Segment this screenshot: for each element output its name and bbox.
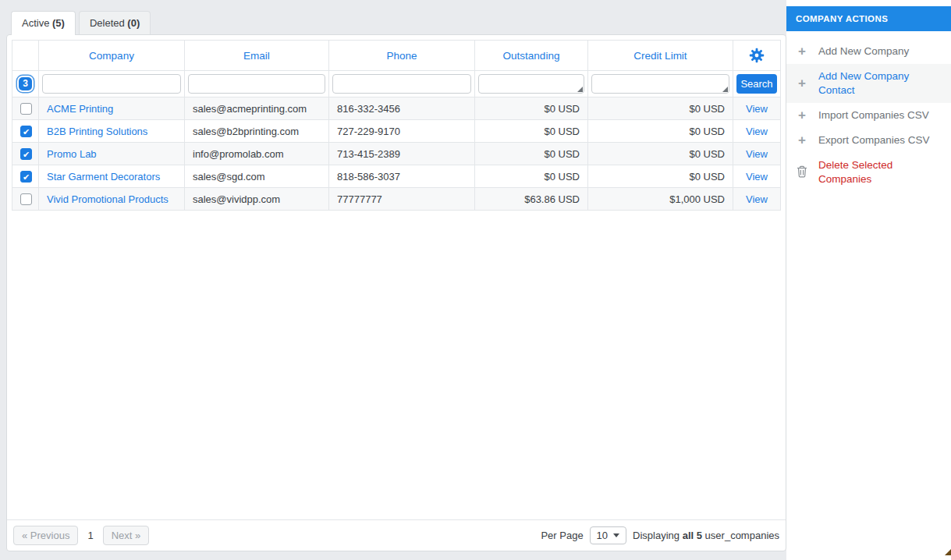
checkmark-icon: [21, 194, 31, 204]
row-checkbox-cell: ✔: [12, 165, 39, 188]
view-link[interactable]: View: [746, 171, 768, 183]
gear-icon[interactable]: [749, 48, 765, 63]
email-cell: info@promolab.com: [185, 143, 329, 165]
phone-cell: 816-332-3456: [329, 97, 475, 120]
email-cell: sales@acmeprinting.com: [185, 97, 329, 120]
credit-limit-cell: $0 USD: [588, 143, 733, 165]
view-cell: View: [733, 143, 781, 165]
plus-icon: +: [796, 77, 808, 90]
company-filter-input[interactable]: [42, 74, 181, 94]
checkmark-icon: [21, 104, 31, 114]
email-cell: sales@vividpp.com: [185, 188, 329, 211]
company-cell: ACME Printing: [39, 97, 185, 120]
filter-cell-company: [39, 71, 185, 97]
plus-icon: +: [796, 109, 808, 122]
search-button[interactable]: Search: [736, 74, 777, 94]
sidebar-items: + Add New Company + Add New Company Cont…: [786, 31, 951, 192]
company-link[interactable]: Vivid Promotional Products: [47, 193, 169, 205]
column-header-phone[interactable]: Phone: [329, 41, 475, 71]
credit-limit-cell: $0 USD: [588, 120, 733, 143]
sidebar-item-export-companies-csv[interactable]: + Export Companies CSV: [786, 128, 951, 153]
previous-page-button[interactable]: « Previous: [13, 526, 78, 545]
table-header-row: Company Email Phone Outstanding Credit L…: [12, 41, 781, 71]
displaying-count: all 5: [683, 530, 702, 541]
view-link[interactable]: View: [746, 103, 768, 115]
company-link[interactable]: Promo Lab: [47, 148, 97, 160]
selected-count-badge[interactable]: 3: [19, 77, 32, 90]
tab-active-companies[interactable]: Active (5): [11, 11, 76, 35]
company-link[interactable]: Star Garment Decorators: [47, 171, 160, 183]
per-page-select[interactable]: 10: [590, 526, 626, 544]
view-link[interactable]: View: [746, 193, 768, 205]
selected-count-cell: 3: [12, 71, 39, 97]
tab-count: (0): [127, 17, 140, 29]
companies-table: Company Email Phone Outstanding Credit L…: [12, 40, 781, 211]
pagination-footer: « Previous 1 Next » Per Page 10 Displayi…: [7, 519, 786, 551]
company-link[interactable]: B2B Printing Solutions: [47, 126, 147, 137]
company-link[interactable]: ACME Printing: [47, 103, 113, 115]
companies-panel: Company Email Phone Outstanding Credit L…: [6, 34, 786, 551]
table-row: Vivid Promotional Products sales@vividpp…: [12, 188, 781, 211]
row-checkbox[interactable]: [20, 103, 32, 115]
outstanding-cell: $0 USD: [475, 97, 588, 120]
sidebar-item-add-new-company-contact[interactable]: + Add New Company Contact: [786, 64, 951, 103]
table-row: ✔ B2B Printing Solutions sales@b2bprinti…: [12, 120, 781, 143]
table-filter-row: 3 Search: [12, 71, 781, 97]
credit-limit-cell: $0 USD: [588, 97, 733, 120]
filter-cell-email: [185, 71, 329, 97]
email-filter-input[interactable]: [188, 74, 325, 94]
column-header-outstanding[interactable]: Outstanding: [475, 41, 588, 71]
view-link[interactable]: View: [746, 126, 768, 137]
sidebar-item-import-companies-csv[interactable]: + Import Companies CSV: [786, 103, 951, 128]
email-cell: sales@sgd.com: [185, 165, 329, 188]
company-actions-sidebar: COMPANY ACTIONS + Add New Company + Add …: [786, 0, 951, 560]
main-content: Active (5) Deleted (0) Company Email Pho…: [0, 0, 786, 560]
next-page-button[interactable]: Next »: [103, 526, 150, 545]
outstanding-cell: $63.86 USD: [475, 188, 588, 211]
phone-cell: 713-415-2389: [329, 143, 475, 165]
view-link[interactable]: View: [746, 148, 768, 160]
checkmark-icon: ✔: [21, 172, 31, 182]
credit-limit-filter-input[interactable]: [591, 74, 729, 94]
company-cell: Vivid Promotional Products: [39, 188, 185, 211]
filter-cell-credit-limit: [588, 71, 733, 97]
row-checkbox[interactable]: [20, 193, 32, 205]
row-checkbox-cell: ✔: [12, 120, 39, 143]
phone-cell: 818-586-3037: [329, 165, 475, 188]
sidebar-item-delete-selected-companies[interactable]: Delete Selected Companies: [786, 153, 951, 192]
column-header-credit-limit[interactable]: Credit Limit: [588, 41, 733, 71]
row-checkbox-cell: ✔: [12, 143, 39, 165]
row-checkbox[interactable]: ✔: [20, 126, 32, 137]
phone-filter-input[interactable]: [332, 74, 471, 94]
view-cell: View: [733, 188, 781, 211]
tab-deleted-companies[interactable]: Deleted (0): [79, 11, 151, 34]
outstanding-cell: $0 USD: [475, 143, 588, 165]
table-row: ✔ Promo Lab info@promolab.com 713-415-23…: [12, 143, 781, 165]
current-page-number: 1: [87, 530, 93, 541]
credit-limit-cell: $0 USD: [588, 165, 733, 188]
company-cell: Promo Lab: [39, 143, 185, 165]
select-all-header-cell: [12, 41, 39, 71]
column-header-email[interactable]: Email: [185, 41, 329, 71]
tab-label: Active: [22, 17, 49, 29]
sidebar-item-label: Add New Company: [818, 44, 909, 58]
row-checkbox-cell: [12, 97, 39, 120]
sidebar-item-add-new-company[interactable]: + Add New Company: [786, 39, 951, 64]
row-checkbox[interactable]: ✔: [20, 171, 32, 183]
sidebar-title: COMPANY ACTIONS: [786, 6, 951, 31]
company-cell: Star Garment Decorators: [39, 165, 185, 188]
settings-header-cell: [733, 41, 781, 71]
view-cell: View: [733, 97, 781, 120]
sidebar-item-label: Import Companies CSV: [818, 108, 929, 122]
credit-limit-cell: $1,000 USD: [588, 188, 733, 211]
column-header-company[interactable]: Company: [39, 41, 185, 71]
outstanding-cell: $0 USD: [475, 165, 588, 188]
chevron-down-icon: [613, 533, 619, 537]
row-checkbox[interactable]: ✔: [20, 148, 32, 160]
row-checkbox-cell: [12, 188, 39, 211]
per-page-label: Per Page: [541, 530, 583, 541]
outstanding-filter-input[interactable]: [478, 74, 584, 94]
view-cell: View: [733, 120, 781, 143]
displaying-summary: Displaying all 5 user_companies: [633, 530, 779, 541]
phone-cell: 77777777: [329, 188, 475, 211]
